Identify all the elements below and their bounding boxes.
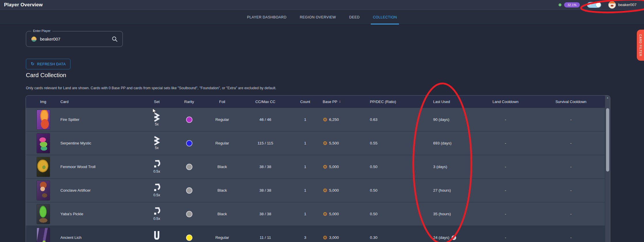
cc-max-cc-value: 38 / 38 bbox=[243, 188, 288, 193]
last-used-cell: 3 (days) bbox=[433, 165, 475, 169]
rarity-cell bbox=[177, 235, 201, 241]
base-pp-value: 6,250 bbox=[329, 117, 339, 122]
base-pp-value: 3,000 bbox=[329, 235, 339, 240]
last-used-value: 90 (days) bbox=[433, 117, 449, 122]
set-cell: 0.5x bbox=[137, 207, 177, 221]
count-value: 1 bbox=[288, 117, 323, 122]
set-multiplier: 5x bbox=[155, 146, 158, 150]
foil-value: Regular bbox=[201, 117, 243, 122]
last-used-value: 3 (days) bbox=[433, 165, 447, 169]
card-thumbnail[interactable] bbox=[37, 157, 50, 177]
refresh-data-button[interactable]: ↻ REFRESH DATA bbox=[26, 59, 70, 69]
column-header-pp-dec-ratio[interactable]: PP/DEC (Ratio) bbox=[370, 100, 433, 104]
survival-cooldown-value: - bbox=[536, 117, 605, 122]
survival-cooldown-value: - bbox=[536, 235, 605, 240]
base-pp-cell: ⚙5,000 bbox=[323, 164, 370, 169]
column-label: Rarity bbox=[184, 100, 194, 104]
column-label: Survival Cooldown bbox=[555, 100, 586, 104]
column-header-foil[interactable]: Foil bbox=[201, 100, 243, 104]
pp-coin-icon: ⚙ bbox=[323, 235, 327, 240]
vertical-scrollbar[interactable]: ▲ bbox=[605, 96, 610, 242]
pp-dec-ratio-value: 0.30 bbox=[370, 235, 433, 240]
tab-player-dashboard[interactable]: PLAYER DASHBOARD bbox=[240, 10, 293, 24]
section-subtitle: Only cards relevant for Land are shown. … bbox=[26, 86, 276, 90]
tab-collection[interactable]: COLLECTION bbox=[366, 10, 404, 24]
card-thumbnail[interactable] bbox=[37, 110, 50, 129]
card-image-cell bbox=[26, 110, 60, 129]
column-header-last-used[interactable]: Last Used bbox=[433, 100, 475, 104]
foil-value: Black bbox=[201, 212, 243, 216]
column-header-count[interactable]: Count bbox=[288, 100, 323, 104]
pp-coin-icon: ⚙ bbox=[323, 117, 327, 122]
base-pp-cell: ⚙5,000 bbox=[323, 211, 370, 217]
info-icon[interactable]: i bbox=[452, 235, 456, 240]
player-search-field[interactable]: Enter Player beaker007 bbox=[26, 31, 123, 47]
scrollbar-up-icon[interactable]: ▲ bbox=[605, 96, 610, 99]
user-avatar[interactable] bbox=[608, 1, 616, 9]
column-label: CC/Max CC bbox=[255, 100, 275, 104]
table-row-fenmoor-wood-troll[interactable]: Fenmoor Wood Troll0.5xBlack38 / 381⚙5,00… bbox=[26, 155, 610, 178]
table-row-yaba-s-pickle[interactable]: Yaba's Pickle0.5xBlack38 / 381⚙5,0000.50… bbox=[26, 202, 610, 226]
pp-dec-ratio-value: 0.55 bbox=[370, 141, 433, 145]
column-header-rarity[interactable]: Rarity bbox=[177, 100, 201, 104]
survival-cooldown-value: - bbox=[536, 165, 605, 169]
count-value: 1 bbox=[288, 212, 323, 216]
count-value: 1 bbox=[288, 141, 323, 145]
set-cell bbox=[137, 230, 177, 242]
sort-desc-icon[interactable]: ↓ bbox=[339, 99, 341, 103]
rarity-indicator bbox=[186, 187, 192, 194]
player-search-value[interactable]: beaker007 bbox=[40, 37, 112, 41]
tab-label: REGION OVERVIEW bbox=[300, 15, 336, 19]
card-name: Yaba's Pickle bbox=[60, 212, 137, 216]
card-name: Conclave Artificer bbox=[60, 188, 137, 193]
set-indicator: 0.5x bbox=[153, 207, 160, 221]
table-body: Fire Spitter5xRegular46 / 461⚙6,2500.639… bbox=[26, 108, 610, 242]
rarity-cell bbox=[177, 187, 201, 194]
table-row-fire-spitter[interactable]: Fire Spitter5xRegular46 / 461⚙6,2500.639… bbox=[26, 108, 610, 131]
rarity-indicator bbox=[186, 211, 192, 217]
table-row-ancient-lich[interactable]: Ancient LichRegular11 / 113⚙3,0000.3024 … bbox=[26, 226, 610, 242]
set-indicator: 0.5x bbox=[153, 160, 160, 174]
pp-dec-ratio-value: 0.50 bbox=[370, 165, 433, 169]
username[interactable]: beaker007 bbox=[618, 3, 637, 7]
card-name: Fenmoor Wood Troll bbox=[60, 165, 137, 169]
untamed-set-icon bbox=[154, 230, 160, 240]
base-pp-cell: ⚙5,000 bbox=[323, 188, 370, 193]
card-thumbnail[interactable] bbox=[37, 181, 50, 200]
column-header-land-cooldown[interactable]: Land Cooldown bbox=[475, 100, 536, 104]
base-pp-cell: ⚙6,250 bbox=[323, 117, 370, 122]
table-row-serpentine-mystic[interactable]: Serpentine Mystic5xRegular115 / 1151⚙5,5… bbox=[26, 131, 610, 155]
base-pp-value: 5,000 bbox=[329, 212, 339, 216]
card-thumbnail[interactable] bbox=[37, 228, 50, 242]
column-label: Foil bbox=[219, 100, 225, 104]
pp-coin-icon: ⚙ bbox=[323, 188, 327, 193]
player-search-label: Enter Player bbox=[31, 29, 52, 33]
rarity-indicator bbox=[186, 164, 192, 170]
card-thumbnail[interactable] bbox=[37, 134, 50, 153]
set-indicator: 0.5x bbox=[153, 183, 160, 198]
column-header-cc-max-cc[interactable]: CC/Max CC bbox=[243, 100, 288, 104]
table-header-row: ImgCardSetRarityFoilCC/Max CCCountBase P… bbox=[26, 96, 610, 108]
cc-max-cc-value: 115 / 115 bbox=[243, 141, 288, 145]
farmer-avatar-icon bbox=[31, 37, 37, 42]
column-header-card[interactable]: Card bbox=[60, 100, 137, 104]
column-header-survival-cooldown[interactable]: Survival Cooldown bbox=[536, 100, 605, 104]
last-used-value: 27 (hours) bbox=[433, 188, 451, 193]
scrollbar-thumb[interactable] bbox=[606, 108, 609, 172]
table-row-conclave-artificer[interactable]: Conclave Artificer0.5xBlack38 / 381⚙5,00… bbox=[26, 178, 610, 202]
card-filter-side-tab[interactable]: CARD FILTER bbox=[637, 30, 644, 61]
section-title: Card Collection bbox=[26, 72, 66, 79]
tab-deed[interactable]: DEED bbox=[343, 10, 366, 24]
card-image-cell bbox=[26, 228, 60, 242]
card-image-cell bbox=[26, 157, 60, 177]
card-thumbnail[interactable] bbox=[37, 204, 50, 224]
search-icon[interactable] bbox=[112, 36, 118, 42]
column-header-base-pp[interactable]: Base PP↓ bbox=[323, 100, 370, 104]
column-header-set[interactable]: Set bbox=[137, 100, 177, 104]
page-title: Player Overview bbox=[0, 2, 43, 8]
capacity-badge[interactable]: 32.1% bbox=[564, 2, 580, 7]
sun-icon: ☀ bbox=[589, 3, 592, 6]
tab-region-overview[interactable]: REGION OVERVIEW bbox=[293, 10, 343, 24]
column-header-img[interactable]: Img bbox=[26, 100, 60, 104]
theme-toggle[interactable]: ☀ bbox=[587, 2, 601, 8]
